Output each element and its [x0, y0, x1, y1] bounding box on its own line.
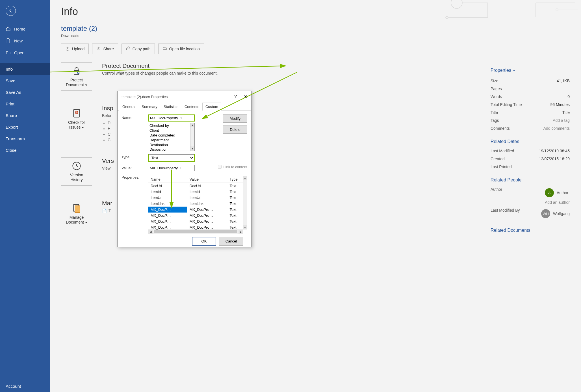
list-item[interactable]: Destination: [149, 143, 189, 148]
sidebar-item-info[interactable]: Info: [0, 63, 50, 75]
sidebar-label: Info: [6, 67, 13, 72]
related-people-header: Related People: [491, 177, 570, 183]
version-history-tile[interactable]: Version History: [61, 157, 92, 186]
tab-custom[interactable]: Custom: [202, 103, 221, 111]
chevron-down-icon: [85, 85, 87, 86]
link-to-content-checkbox[interactable]: Link to content: [218, 165, 247, 169]
scroll-up-icon[interactable]: ▲: [243, 176, 247, 180]
prop-last-modified-by: Last Modified By WH Wolfgang: [491, 206, 570, 221]
share-icon: [96, 46, 101, 51]
table-row[interactable]: MX_DocP…MX_DocPro…Text: [148, 207, 247, 213]
divider: [6, 378, 44, 378]
sidebar-label: Print: [6, 101, 14, 106]
modify-button[interactable]: Modify: [223, 114, 247, 123]
properties-table[interactable]: Name Value Type DocUrlDocUrlTextItemIdIt…: [148, 176, 247, 234]
table-row[interactable]: ItemIdItemIdText: [148, 189, 247, 195]
properties-header[interactable]: Properties: [491, 68, 570, 73]
copy-path-button[interactable]: Copy path: [122, 44, 155, 54]
checkbox[interactable]: [218, 165, 222, 169]
dialog-title: template (2).docx Properties: [122, 95, 168, 99]
properties-label: Properties:: [122, 174, 145, 179]
prop-tags[interactable]: TagsAdd a tag: [491, 116, 570, 124]
sidebar-item-save-as[interactable]: Save As: [0, 86, 50, 98]
col-value[interactable]: Value: [187, 176, 227, 183]
manage-icon: [71, 203, 82, 213]
share-button[interactable]: Share: [92, 44, 118, 54]
table-row[interactable]: MX_DocP…MX_DocPro…Text: [148, 218, 247, 224]
tab-contents[interactable]: Contents: [181, 103, 202, 111]
table-row[interactable]: ItemLinkItemLinkText: [148, 201, 247, 207]
scroll-thumb[interactable]: [154, 230, 237, 233]
history-icon: [71, 161, 82, 171]
upload-button[interactable]: Upload: [61, 44, 89, 54]
protect-document-tile[interactable]: Protect Document: [61, 62, 92, 91]
check-for-issues-tile[interactable]: Check for Issues: [61, 105, 92, 133]
folder-icon: [162, 46, 167, 51]
add-author[interactable]: Add an author: [545, 200, 570, 205]
sidebar-label: Save: [6, 78, 15, 83]
chevron-down-icon: [82, 127, 84, 128]
sidebar-item-account[interactable]: Account: [0, 380, 50, 392]
list-item[interactable]: Disposition: [149, 147, 189, 151]
prop-title[interactable]: TitleTitle: [491, 109, 570, 116]
tab-summary[interactable]: Summary: [138, 103, 161, 111]
tab-statistics[interactable]: Statistics: [161, 103, 181, 111]
list-item: C: [108, 138, 113, 142]
list-item[interactable]: Checked by: [149, 124, 189, 128]
open-file-location-button[interactable]: Open file location: [158, 44, 204, 54]
sidebar-item-home[interactable]: Home: [0, 23, 50, 35]
col-name[interactable]: Name: [148, 176, 187, 183]
properties-dialog: template (2).docx Properties ? ✕ General…: [117, 91, 252, 247]
sidebar-label: Home: [14, 27, 25, 31]
vertical-scrollbar[interactable]: ▲ ▼: [243, 176, 247, 229]
table-row[interactable]: DocUrlDocUrlText: [148, 183, 247, 189]
action-row: Upload Share Copy path Open file locatio…: [61, 44, 570, 54]
tab-general[interactable]: General: [119, 103, 138, 111]
list-item: D: [108, 121, 113, 125]
modifier-name: Wolfgang: [553, 211, 570, 216]
sidebar-item-new[interactable]: New: [0, 35, 50, 47]
sidebar-item-export[interactable]: Export: [0, 121, 50, 133]
help-icon[interactable]: ?: [234, 94, 237, 99]
type-select[interactable]: Text: [149, 154, 194, 161]
scroll-down-icon[interactable]: ▼: [190, 146, 194, 151]
sidebar-item-share[interactable]: Share: [0, 110, 50, 121]
section-description: Befor: [102, 113, 113, 118]
cancel-button[interactable]: Cancel: [219, 237, 243, 246]
table-row[interactable]: MX_DocP…MX_DocPro…Text: [148, 213, 247, 218]
section-description: Control what types of changes people can…: [102, 71, 218, 75]
scroll-down-icon[interactable]: ▼: [243, 225, 247, 229]
avatar: WH: [541, 209, 550, 218]
list-item[interactable]: Date completed: [149, 133, 189, 138]
delete-button[interactable]: Delete: [223, 125, 247, 134]
prop-comments[interactable]: CommentsAdd comments: [491, 124, 570, 132]
link-icon: [126, 46, 130, 51]
sidebar-item-print[interactable]: Print: [0, 98, 50, 110]
svg-rect-5: [74, 110, 80, 117]
sidebar-item-open[interactable]: Open: [0, 47, 50, 59]
sidebar-item-save[interactable]: Save: [0, 75, 50, 86]
name-suggestions-list[interactable]: Checked byClientDate completedDepartment…: [148, 123, 195, 151]
scroll-right-icon[interactable]: ▶: [239, 230, 243, 234]
scroll-up-icon[interactable]: ▲: [190, 123, 194, 127]
section-heading: Mar: [102, 200, 112, 207]
dialog-tabs: General Summary Statistics Contents Cust…: [118, 102, 251, 111]
list-item: H: [108, 126, 113, 131]
scroll-left-icon[interactable]: ◀: [148, 230, 153, 234]
sidebar-item-close[interactable]: Close: [0, 144, 50, 156]
horizontal-scrollbar[interactable]: ◀ ▶: [148, 229, 243, 234]
sidebar-label: New: [14, 38, 23, 43]
list-item[interactable]: Department: [149, 138, 189, 143]
sidebar-item-transform[interactable]: Transform: [0, 133, 50, 144]
back-button[interactable]: [6, 6, 16, 16]
close-icon[interactable]: ✕: [244, 94, 247, 99]
value-input[interactable]: [148, 165, 195, 171]
button-label: Upload: [72, 47, 84, 51]
table-row[interactable]: ItemUrlItemUrlText: [148, 195, 247, 201]
ok-button[interactable]: OK: [192, 237, 216, 246]
name-input[interactable]: [148, 114, 195, 122]
tile-label: Check for Issues: [64, 120, 90, 130]
scrollbar[interactable]: ▲ ▼: [190, 123, 194, 151]
list-item[interactable]: Client: [149, 128, 189, 133]
manage-document-tile[interactable]: Manage Document: [61, 200, 92, 228]
